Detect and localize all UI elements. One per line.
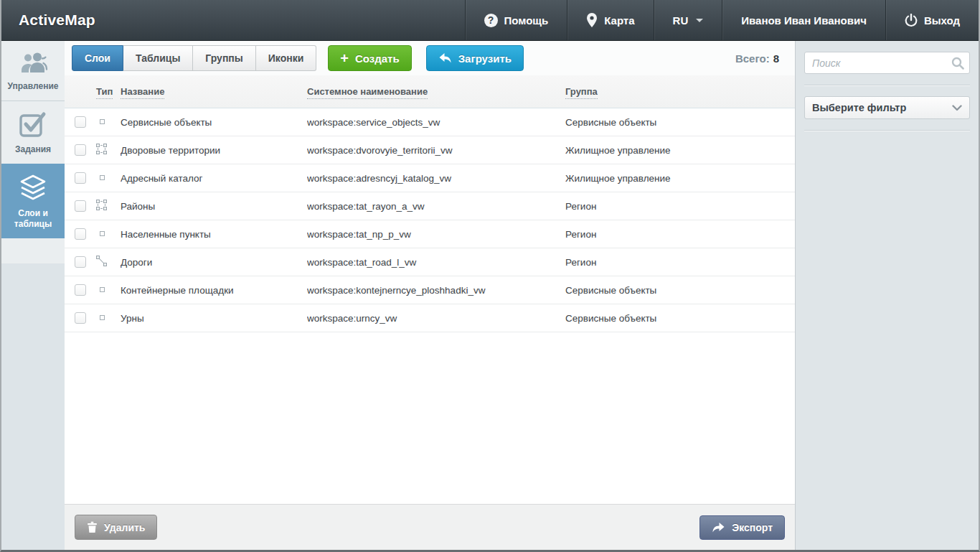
name-cell: Населенные пункты [121, 229, 307, 240]
system-cell: workspace:tat_np_p_vw [307, 229, 565, 240]
sidebar-item-label: Слои и таблицы [14, 208, 52, 229]
main-content: Слои Таблицы Группы Иконки + Создать Заг… [65, 41, 796, 550]
export-button[interactable]: Экспорт [699, 515, 785, 540]
type-cell [96, 172, 121, 184]
tab-layers[interactable]: Слои [72, 45, 123, 71]
row-checkbox-cell [65, 228, 96, 240]
row-checkbox-cell [65, 144, 96, 156]
type-cell [96, 116, 121, 128]
table-row[interactable]: Населенные пункты workspace:tat_np_p_vw … [65, 220, 795, 248]
row-checkbox[interactable] [75, 200, 86, 212]
left-sidebar: Управление Задания Слои и таблицы [1, 41, 65, 550]
help-menu-item[interactable]: ? Помощь [465, 0, 567, 40]
caret-down-icon [696, 19, 703, 22]
type-cell [96, 144, 121, 156]
row-checkbox-cell [65, 284, 96, 296]
type-cell [96, 228, 121, 240]
line-layer-icon [96, 256, 107, 266]
filter-select[interactable]: Выберите фильтр [804, 96, 970, 119]
arrow-right-curve-icon [712, 522, 725, 533]
group-cell: Сервисные объекты [565, 313, 795, 324]
row-checkbox-cell [65, 116, 96, 128]
sidebar-item-tasks[interactable]: Задания [1, 100, 65, 164]
column-header-type[interactable]: Тип [96, 86, 121, 97]
type-cell [96, 256, 121, 268]
table-row[interactable]: Адресный каталог workspace:adresncyj_kat… [65, 164, 795, 192]
point-layer-icon [96, 116, 107, 126]
create-label: Создать [355, 52, 400, 65]
table-row[interactable]: Сервисные объекты workspace:service_obje… [65, 108, 795, 136]
system-cell: workspace:tat_road_l_vw [307, 257, 565, 268]
column-header-group[interactable]: Группа [565, 86, 795, 97]
upload-button[interactable]: Загрузить [426, 45, 524, 71]
name-cell: Дороги [121, 257, 307, 268]
type-cell [96, 200, 121, 212]
row-checkbox[interactable] [75, 256, 86, 268]
group-cell: Регион [565, 201, 795, 212]
panel-divider [804, 85, 970, 85]
layers-icon [17, 174, 49, 202]
point-layer-icon [96, 312, 107, 322]
search-box [804, 52, 970, 74]
column-header-name[interactable]: Название [121, 86, 307, 97]
search-input[interactable] [804, 52, 970, 74]
plus-icon: + [340, 51, 349, 65]
name-cell: Адресный каталог [121, 173, 307, 184]
header-spacer [113, 0, 465, 40]
group-cell: Регион [565, 229, 795, 240]
export-label: Экспорт [732, 522, 773, 533]
users-icon [17, 51, 50, 75]
language-switcher[interactable]: RU [654, 0, 722, 40]
search-icon[interactable] [951, 57, 964, 70]
type-cell [96, 312, 121, 324]
right-filter-panel: Выберите фильтр [796, 41, 979, 550]
total-count: Всего:8 [735, 52, 783, 65]
row-checkbox[interactable] [75, 116, 86, 128]
sidebar-item-layers-tables[interactable]: Слои и таблицы [1, 164, 65, 238]
power-icon [905, 14, 918, 27]
sidebar-item-label: Задания [15, 144, 51, 154]
table-row[interactable]: Дороги workspace:tat_road_l_vw Регион [65, 248, 795, 276]
sidebar-item-management[interactable]: Управление [1, 41, 65, 100]
row-checkbox-cell [65, 256, 96, 268]
column-header-system[interactable]: Системное наименование [307, 86, 565, 97]
system-cell: workspace:adresncyj_katalog_vw [307, 173, 565, 184]
user-menu-item[interactable]: Иванов Иван Иванович [722, 0, 885, 40]
group-cell: Жилищное управление [565, 145, 795, 156]
trash-icon [87, 521, 98, 533]
tab-icons[interactable]: Иконки [256, 45, 317, 71]
tab-bar: Слои Таблицы Группы Иконки [72, 45, 316, 71]
map-pin-icon [586, 13, 598, 27]
map-menu-item[interactable]: Карта [567, 0, 653, 40]
row-checkbox[interactable] [75, 284, 86, 296]
logout-label: Выход [924, 14, 960, 27]
total-label: Всего: [735, 52, 770, 65]
row-checkbox[interactable] [75, 312, 86, 324]
point-layer-icon [96, 228, 107, 238]
table-row[interactable]: Дворовые территории workspace:dvorovyie_… [65, 136, 795, 164]
point-layer-icon [96, 284, 107, 294]
row-checkbox[interactable] [75, 228, 86, 240]
row-checkbox[interactable] [75, 144, 86, 156]
action-footer: Удалить Экспорт [65, 504, 795, 550]
row-checkbox-cell [65, 172, 96, 184]
logout-menu-item[interactable]: Выход [885, 0, 979, 40]
tab-tables[interactable]: Таблицы [123, 45, 193, 71]
delete-button[interactable]: Удалить [75, 515, 157, 540]
panel-divider [804, 130, 970, 131]
table-row[interactable]: Районы workspace:tat_rayon_a_vw Регион [65, 192, 795, 220]
system-cell: workspace:tat_rayon_a_vw [307, 201, 565, 212]
system-cell: workspace:urncy_vw [307, 313, 565, 324]
delete-label: Удалить [104, 522, 145, 533]
table-row[interactable]: Контейнерные площадки workspace:kontejne… [65, 276, 795, 304]
create-button[interactable]: + Создать [328, 45, 411, 71]
system-cell: workspace:dvorovyie_territorii_vw [307, 145, 565, 156]
tab-groups[interactable]: Группы [193, 45, 255, 71]
filter-select-label: Выберите фильтр [812, 102, 906, 113]
chevron-down-icon [952, 105, 962, 111]
row-checkbox[interactable] [75, 172, 86, 184]
map-label: Карта [604, 14, 634, 27]
point-layer-icon [96, 172, 107, 182]
group-cell: Сервисные объекты [565, 117, 795, 128]
table-row[interactable]: Урны workspace:urncy_vw Сервисные объект… [65, 304, 795, 332]
